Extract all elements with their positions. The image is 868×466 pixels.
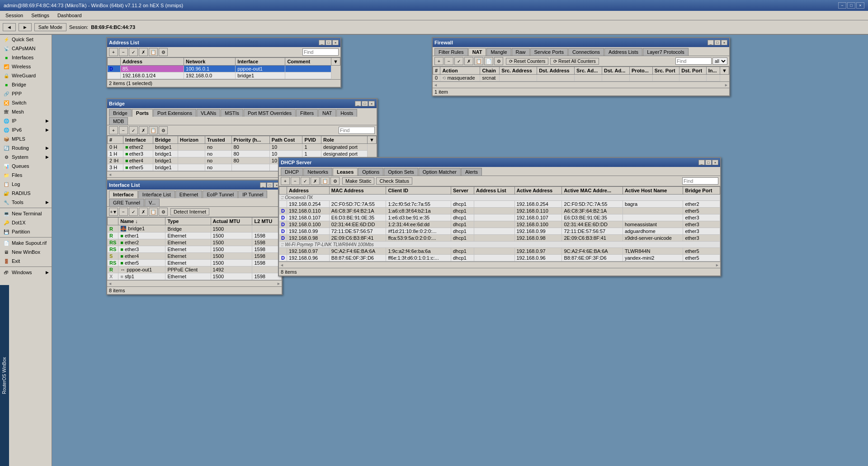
tab-iface-ip-tunnel[interactable]: IP Tunnel xyxy=(238,190,267,198)
interface-list-row[interactable]: S ■ ether4 Ethernet 1500 1598 xyxy=(108,253,282,260)
dhcp-lease-row[interactable]: 192.168.0.97 9C:A2:F4:6E:BA:6A 1:9c:a2:f… xyxy=(279,248,720,255)
enable-iface-button[interactable]: ✓ xyxy=(129,208,138,216)
bridge-find-input[interactable] xyxy=(339,127,375,134)
dhcp-server-titlebar[interactable]: DHCP Server _ □ × xyxy=(279,158,720,167)
make-static-button[interactable]: Make Static xyxy=(342,177,374,185)
bridge-titlebar[interactable]: Bridge _ □ × xyxy=(107,99,377,108)
sidebar-item-wireless[interactable]: 📶Wireless xyxy=(0,62,52,71)
sidebar-item-new-terminal[interactable]: 💻New Terminal xyxy=(0,209,52,218)
sidebar-item-mpls[interactable]: 📦MPLS xyxy=(0,134,52,143)
enable-lease-button[interactable]: ✓ xyxy=(301,177,310,185)
disable-port-button[interactable]: ✗ xyxy=(139,126,148,134)
dhcp-server-maximize[interactable]: □ xyxy=(705,160,712,165)
dhcp-lease-row[interactable]: D 192.168.0.99 72:11:DE:57:56:57 #f1d:21… xyxy=(279,228,720,235)
sidebar-item-interfaces[interactable]: ■Interfaces xyxy=(0,53,52,62)
tab-fw-address-lists[interactable]: Address Lists xyxy=(604,48,642,56)
dhcp-scroll-h[interactable]: ◄ ► xyxy=(279,262,720,268)
sidebar-item-tools[interactable]: 🔧Tools▶ xyxy=(0,198,52,207)
enable-port-button[interactable]: ✓ xyxy=(129,126,138,134)
interface-list-row[interactable]: RS ■ ether2 Ethernet 1500 1598 xyxy=(108,239,282,246)
sidebar-item-ip[interactable]: 🌐IP▶ xyxy=(0,116,52,125)
disable-iface-button[interactable]: ✗ xyxy=(139,208,148,216)
safe-mode-button[interactable]: Safe Mode xyxy=(34,23,66,31)
tab-bridge-hosts[interactable]: Hosts xyxy=(336,109,357,117)
address-list-row[interactable]: 192.168.0.1/24 192.168.0.0 bridge1 xyxy=(108,72,340,79)
sidebar-item-queues[interactable]: 📊Queues xyxy=(0,162,52,171)
tab-iface-list[interactable]: Interface List xyxy=(138,190,175,198)
interface-list-maximize[interactable]: □ xyxy=(267,182,273,188)
sidebar-item-windows[interactable]: 🗗Windows▶ xyxy=(0,268,52,277)
col-fw-expand[interactable]: ▼ xyxy=(720,67,729,75)
check-status-button[interactable]: Check Status xyxy=(376,177,412,185)
interface-list-row[interactable]: R 🌉 bridge1 Bridge 1500 xyxy=(108,225,282,233)
tab-fw-raw[interactable]: Raw xyxy=(512,48,530,56)
dhcp-lease-row[interactable]: D 192.168.0.107 E6:D3:BE:91:0E:35 1:e6:d… xyxy=(279,214,720,221)
col-expand2[interactable]: ▼ xyxy=(368,136,377,144)
menu-settings[interactable]: Settings xyxy=(28,12,53,19)
tab-dhcp-option-sets[interactable]: Option Sets xyxy=(384,168,418,176)
address-list-minimize[interactable]: _ xyxy=(319,40,325,45)
disable-address-button[interactable]: ✗ xyxy=(139,48,148,56)
sidebar-item-capsman[interactable]: 📡CAPsMAN xyxy=(0,44,52,53)
enable-address-button[interactable]: ✓ xyxy=(129,48,138,56)
sidebar-item-partition[interactable]: 💾Partition xyxy=(0,227,52,236)
sidebar-item-ppp[interactable]: 🔗PPP xyxy=(0,89,52,98)
copy-port-button[interactable]: 📋 xyxy=(149,126,158,134)
minimize-button[interactable]: − xyxy=(838,2,846,9)
sort-fw-button[interactable]: ⚙ xyxy=(494,57,503,65)
firewall-minimize[interactable]: _ xyxy=(708,40,714,45)
remove-lease-button[interactable]: − xyxy=(291,177,300,185)
reset-counters-button[interactable]: ⟳ Reset Counters xyxy=(506,58,548,65)
bridge-close[interactable]: × xyxy=(368,101,375,106)
dhcp-lease-row[interactable]: D 192.168.0.110 A6:C8:3F:64:B2:1A 1:a6:c… xyxy=(279,208,720,214)
bridge-port-row[interactable]: 1 H ■ether3 bridge1 no 80 10 1 designate… xyxy=(108,151,377,157)
tab-fw-mangle[interactable]: Mangle xyxy=(486,48,511,56)
bridge-maximize[interactable]: □ xyxy=(362,101,368,106)
dhcp-lease-row[interactable]: D 192.168.0.96 B8:87:6E:0F:3F:D6 ff6e:1:… xyxy=(279,255,720,262)
tab-bridge-port-mst[interactable]: Port MST Overrides xyxy=(244,109,296,117)
reset-all-counters-button[interactable]: ⟳ Reset All Counters xyxy=(550,58,599,65)
copy-address-button[interactable]: 📋 xyxy=(149,48,158,56)
interface-list-minimize[interactable]: _ xyxy=(260,182,266,188)
sort-iface-button[interactable]: ⚙ xyxy=(159,208,168,216)
menu-session[interactable]: Session xyxy=(2,12,27,19)
tab-iface-gre[interactable]: GRE Tunnel xyxy=(109,199,144,206)
tab-fw-layer7[interactable]: Layer7 Protocols xyxy=(643,48,689,56)
dhcp-find-input[interactable] xyxy=(682,177,718,185)
interface-list-titlebar[interactable]: Interface List _ □ × xyxy=(107,181,282,190)
sidebar-item-bridge[interactable]: ■Bridge xyxy=(0,80,52,89)
firewall-maximize[interactable]: □ xyxy=(714,40,721,45)
address-list-close[interactable]: × xyxy=(332,40,339,45)
tab-bridge-mdb[interactable]: MDB xyxy=(109,117,128,125)
tab-bridge-filters[interactable]: Filters xyxy=(296,109,318,117)
add-lease-button[interactable]: + xyxy=(281,177,290,185)
maximize-button[interactable]: □ xyxy=(847,2,855,9)
close-button[interactable]: × xyxy=(856,2,864,9)
menu-dashboard[interactable]: Dashboard xyxy=(54,12,85,19)
interface-list-row[interactable]: RS ■ ether5 Ethernet 1500 1598 xyxy=(108,260,282,266)
address-find-input[interactable] xyxy=(302,48,339,56)
dhcp-server-minimize[interactable]: _ xyxy=(698,160,705,165)
detect-internet-button[interactable]: Detect Internet xyxy=(170,208,209,215)
interface-scroll-h[interactable]: ◄ ► xyxy=(107,280,282,286)
sidebar-item-routing[interactable]: 🔄Routing▶ xyxy=(0,143,52,152)
tab-dhcp-leases[interactable]: Leases xyxy=(333,168,358,176)
remove-fw-button[interactable]: − xyxy=(444,57,453,65)
tab-fw-nat[interactable]: NAT xyxy=(468,48,486,56)
tab-bridge-port-ext[interactable]: Port Extensions xyxy=(153,109,196,117)
dhcp-lease-row[interactable]: :: Wi-Fi Роутер TP-LINK TLWR844N 100Mbs xyxy=(279,242,720,248)
tab-bridge-ports[interactable]: Ports xyxy=(132,109,153,117)
remove-port-button[interactable]: − xyxy=(119,126,128,134)
tab-bridge-mstis[interactable]: MSTIs xyxy=(221,109,243,117)
dhcp-lease-row[interactable]: 192.168.0.254 2C:F0:5D:7C:7A:55 1:2c:f0:… xyxy=(279,201,720,208)
sidebar-item-files[interactable]: 📁Files xyxy=(0,171,52,180)
tab-dhcp-option-matcher[interactable]: Option Matcher xyxy=(419,168,461,176)
firewall-titlebar[interactable]: Firewall _ □ × xyxy=(433,38,729,47)
disable-fw-button[interactable]: ✗ xyxy=(464,57,473,65)
interface-list-row[interactable]: X ■ sfp1 Ethernet 1500 1598 xyxy=(108,273,282,280)
disable-lease-button[interactable]: ✗ xyxy=(311,177,320,185)
sidebar-item-new-winbox[interactable]: 🖥New WinBox xyxy=(0,247,52,257)
tab-iface-interface[interactable]: Interface xyxy=(109,190,138,198)
tab-dhcp-options[interactable]: Options xyxy=(358,168,383,176)
sidebar-item-ipv6[interactable]: 🌐IPv6▶ xyxy=(0,125,52,134)
